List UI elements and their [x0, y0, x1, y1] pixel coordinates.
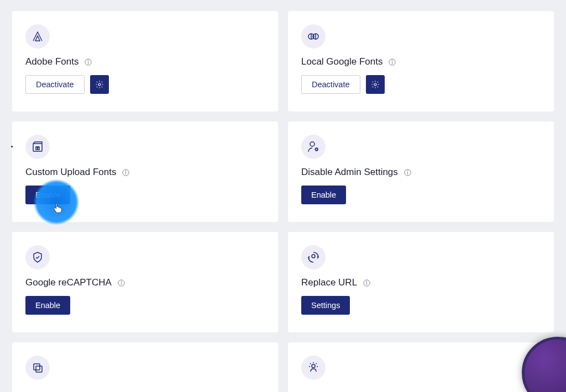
- deactivate-button[interactable]: Deactivate: [301, 75, 360, 94]
- card-local-google-fonts: Local Google Fonts Deactivate: [288, 11, 554, 112]
- decorative-dot: [11, 146, 13, 147]
- info-icon[interactable]: [122, 168, 130, 177]
- card-disable-admin-settings: Disable Admin Settings Enable: [288, 121, 554, 222]
- card-actions: Deactivate: [25, 75, 265, 94]
- replace-url-icon: [301, 245, 326, 269]
- enable-button[interactable]: Enable: [301, 186, 346, 204]
- adobe-fonts-icon: [25, 24, 50, 49]
- svg-point-8: [392, 60, 392, 60]
- info-icon[interactable]: [403, 168, 412, 177]
- card-title: Disable Admin Settings: [301, 167, 398, 178]
- card-title: Adobe Fonts: [25, 56, 78, 67]
- role-icon: [301, 356, 326, 380]
- deactivate-button[interactable]: Deactivate: [25, 75, 85, 94]
- svg-point-16: [310, 142, 315, 146]
- card-title: Custom Upload Fonts: [25, 167, 116, 178]
- svg-point-20: [407, 170, 408, 171]
- settings-card-grid: Adobe Fonts Deactivate Local Google Font…: [0, 0, 566, 392]
- card-adobe-fonts: Adobe Fonts Deactivate: [12, 11, 278, 112]
- settings-button[interactable]: Settings: [301, 296, 350, 315]
- card-partial-right: [288, 342, 554, 392]
- card-actions: Enable: [25, 186, 265, 204]
- card-title-row: Adobe Fonts: [25, 56, 265, 67]
- custom-upload-fonts-icon: T: [25, 135, 50, 159]
- card-replace-url: Replace URL Settings: [288, 232, 554, 332]
- card-title-row: Disable Admin Settings: [301, 167, 541, 178]
- info-icon[interactable]: [388, 58, 396, 66]
- card-actions: Settings: [301, 296, 541, 315]
- svg-text:T: T: [36, 146, 38, 150]
- card-custom-upload-fonts: T Custom Upload Fonts Enable: [12, 121, 278, 222]
- card-title: Google reCAPTCHA: [25, 277, 112, 288]
- svg-point-2: [88, 60, 88, 60]
- enable-button[interactable]: Enable: [25, 186, 70, 204]
- settings-gear-button[interactable]: [366, 75, 385, 94]
- svg-rect-29: [36, 366, 42, 372]
- card-title: Replace URL: [301, 277, 357, 288]
- card-title-row: Google reCAPTCHA: [25, 277, 265, 288]
- info-icon[interactable]: [84, 58, 92, 66]
- card-partial-left: [12, 342, 278, 392]
- svg-point-30: [312, 364, 315, 368]
- disable-admin-settings-icon: [301, 135, 326, 159]
- svg-point-24: [312, 255, 315, 258]
- svg-point-27: [366, 280, 367, 281]
- card-title: Local Google Fonts: [301, 56, 382, 67]
- info-icon[interactable]: [363, 279, 371, 287]
- settings-gear-button[interactable]: [90, 75, 109, 94]
- svg-rect-28: [34, 364, 40, 370]
- card-title-row: Replace URL: [301, 277, 541, 288]
- duplicate-icon: [25, 356, 50, 380]
- card-actions: Deactivate: [301, 75, 541, 94]
- svg-point-3: [98, 83, 101, 86]
- card-title-row: Local Google Fonts: [301, 56, 541, 67]
- local-google-fonts-icon: [301, 24, 326, 49]
- enable-button[interactable]: Enable: [25, 296, 70, 315]
- svg-point-23: [121, 280, 122, 281]
- svg-point-15: [125, 170, 126, 171]
- card-title-row: Custom Upload Fonts: [25, 167, 265, 178]
- card-actions: Enable: [301, 186, 541, 204]
- info-icon[interactable]: [117, 279, 125, 287]
- google-recaptcha-icon: [25, 245, 50, 269]
- card-google-recaptcha: Google reCAPTCHA Enable: [12, 232, 278, 332]
- svg-point-9: [374, 83, 376, 86]
- card-actions: Enable: [25, 296, 265, 315]
